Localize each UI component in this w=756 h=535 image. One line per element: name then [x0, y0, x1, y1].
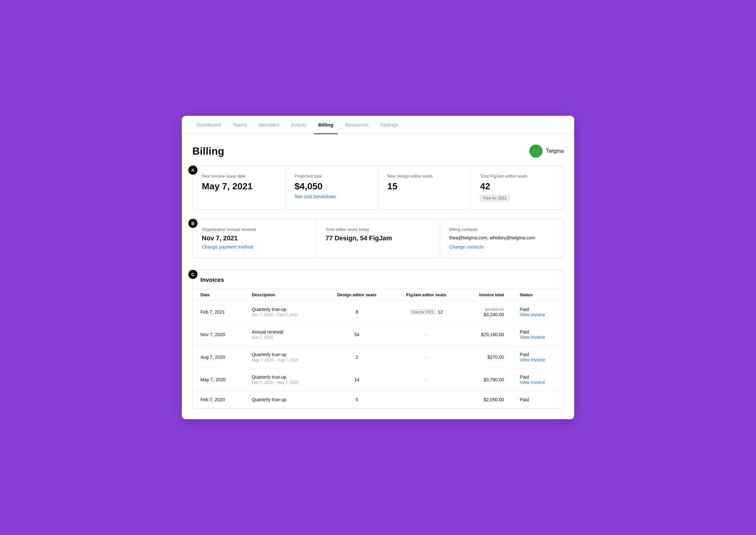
section-b: B Organization annual renewal Nov 7, 202…	[182, 219, 574, 265]
nav-item-teams[interactable]: Teams	[228, 116, 251, 134]
col-design-seats: Design editor seats	[322, 289, 391, 301]
invoice-description: Quarterly true-upFeb 7, 2020 – May 7, 20…	[244, 369, 322, 391]
projected-total-cell: Projected total $4,050 See cost breakdow…	[286, 166, 378, 209]
annual-renewal-label: Organization annual renewal	[202, 227, 307, 232]
invoice-total: $3,780.00	[461, 369, 512, 391]
projected-total-value: $4,050	[294, 181, 369, 192]
section-b-card: Organization annual renewal Nov 7, 2021 …	[192, 219, 564, 258]
change-contacts-link[interactable]: Change contacts	[449, 244, 484, 249]
invoice-design-seats: 5	[322, 391, 391, 408]
invoice-date: Feb 7, 2020	[193, 391, 244, 408]
invoices-title: Invoices	[193, 270, 563, 284]
nav-item-dashboard[interactable]: Dashboard	[192, 116, 225, 134]
table-row: Feb 7, 2021Quarterly true-upNov 7, 2020 …	[193, 301, 563, 324]
next-invoice-label: Next invoice issue date	[202, 174, 276, 179]
col-date: Date	[193, 289, 244, 301]
invoice-figjam-seats: Free for 2021 12	[391, 301, 461, 324]
org-name: Twigma	[546, 148, 564, 154]
col-status: Status	[512, 289, 563, 301]
section-c: C Invoices Date Description Design edito…	[182, 270, 574, 419]
view-invoice-link[interactable]: View invoice	[519, 334, 556, 340]
invoice-date: May 7, 2020	[193, 369, 244, 391]
invoice-description: Quarterly true-upNov 7, 2020 – Feb 7, 20…	[244, 301, 322, 324]
nav-item-activity[interactable]: Activity	[287, 116, 311, 134]
invoices-table: Date Description Design editor seats Fig…	[193, 289, 563, 408]
invoice-total: $270.00	[461, 346, 512, 369]
invoice-status: Paid	[512, 391, 563, 408]
design-seats-cell: New design editor seats 15	[378, 166, 471, 209]
invoice-status: PaidView invoice	[512, 346, 563, 369]
nav-item-settings[interactable]: Settings	[376, 116, 403, 134]
invoice-figjam-seats: –	[391, 391, 461, 408]
annual-renewal-value: Nov 7, 2021	[202, 235, 307, 242]
figjam-seats-cell: Total FigJam editor seats 42 Free for 20…	[471, 166, 563, 209]
page-header: Billing 🌿 Twigma	[182, 134, 574, 165]
org-info: 🌿 Twigma	[529, 145, 564, 157]
total-seats-value: 77 Design, 54 FigJam	[325, 235, 430, 242]
invoice-date: Nov 7, 2020	[193, 324, 244, 346]
invoice-status: PaidView invoice	[512, 369, 563, 391]
total-seats-cell: Total editor seats today 77 Design, 54 F…	[316, 219, 440, 258]
invoice-total: $4,860.00$3,240.00	[461, 301, 512, 324]
nav-item-billing[interactable]: Billing	[314, 116, 338, 134]
see-cost-breakdown-link[interactable]: See cost breakdown	[294, 194, 336, 199]
nav-item-resources[interactable]: Resources	[340, 116, 373, 134]
next-invoice-cell: Next invoice issue date May 7, 2021	[193, 166, 286, 209]
invoice-design-seats: 8	[322, 301, 391, 324]
invoice-figjam-seats: –	[391, 324, 461, 346]
billing-contacts-label: Billing contacts	[449, 227, 554, 232]
invoice-figjam-seats: –	[391, 346, 461, 369]
invoice-design-seats: 14	[322, 369, 391, 391]
total-seats-label: Total editor seats today	[325, 227, 430, 232]
invoice-description: Quarterly true-upMay 7, 2020 – Aug 7, 20…	[244, 346, 322, 369]
figjam-seats-label: Total FigJam editor seats	[480, 174, 554, 179]
change-payment-method-link[interactable]: Change payment method	[202, 244, 253, 249]
design-seats-label: New design editor seats	[387, 174, 462, 179]
billing-contacts-cell: Billing contacts thea@twigma.com, whiske…	[440, 219, 563, 258]
col-description: Description	[244, 289, 322, 301]
col-invoice-total: Invoice total	[461, 289, 512, 301]
view-invoice-link[interactable]: View invoice	[519, 312, 556, 317]
invoices-card: Invoices Date Description Design editor …	[192, 270, 564, 409]
invoice-description: Annual renewalNov 7, 2020	[244, 324, 322, 346]
section-b-badge: B	[188, 219, 198, 228]
table-row: Feb 7, 2020Quarterly true-up5–$2,050.00P…	[193, 391, 563, 408]
invoice-design-seats: 2	[322, 346, 391, 369]
nav-item-members[interactable]: Members	[254, 116, 284, 134]
annual-renewal-cell: Organization annual renewal Nov 7, 2021 …	[193, 219, 316, 258]
org-avatar-icon: 🌿	[532, 148, 540, 155]
table-row: Aug 7, 2020Quarterly true-upMay 7, 2020 …	[193, 346, 563, 369]
invoice-total: $2,050.00	[461, 391, 512, 408]
view-invoice-link[interactable]: View invoice	[519, 380, 556, 385]
projected-total-label: Projected total	[294, 174, 369, 179]
page-title: Billing	[192, 145, 224, 157]
design-seats-value: 15	[387, 181, 462, 192]
section-a-badge: A	[188, 165, 198, 175]
invoice-date: Aug 7, 2020	[193, 346, 244, 369]
col-figjam-seats: FigJam editor seats	[391, 289, 461, 301]
free-2021-badge: Free for 2021	[480, 195, 510, 201]
billing-contacts-value: thea@twigma.com, whiskey@twigma.com	[449, 235, 554, 241]
invoice-design-seats: 54	[322, 324, 391, 346]
section-c-badge: C	[188, 270, 198, 279]
invoice-status: PaidView invoice	[512, 324, 563, 346]
section-a-card: Next invoice issue date May 7, 2021 Proj…	[192, 165, 564, 210]
table-row: Nov 7, 2020Annual renewalNov 7, 202054–$…	[193, 324, 563, 346]
section-a: A Next invoice issue date May 7, 2021 Pr…	[182, 165, 574, 216]
invoice-description: Quarterly true-up	[244, 391, 322, 408]
view-invoice-link[interactable]: View invoice	[519, 357, 556, 362]
org-avatar: 🌿	[529, 145, 543, 157]
invoice-status: PaidView invoice	[512, 301, 563, 324]
invoice-date: Feb 7, 2021	[193, 301, 244, 324]
next-invoice-value: May 7, 2021	[202, 181, 276, 192]
navigation: Dashboard Teams Members Activity Billing…	[182, 116, 574, 134]
table-row: May 7, 2020Quarterly true-upFeb 7, 2020 …	[193, 369, 563, 391]
invoice-total: $29,160.00	[461, 324, 512, 346]
invoice-figjam-seats: –	[391, 369, 461, 391]
figjam-seats-value: 42	[480, 181, 554, 192]
